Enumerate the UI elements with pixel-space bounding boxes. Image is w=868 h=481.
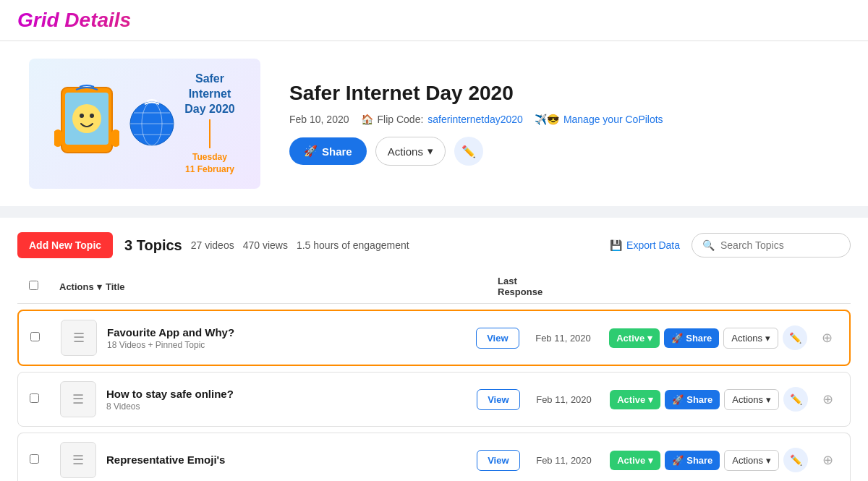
engagement-stat: 1.5 hours of engagement: [297, 239, 409, 251]
hero-info: Safer Internet Day 2020 Feb 10, 2020 🏠 F…: [289, 82, 839, 166]
table-row: ☰ Representative Emoji's View Feb 11, 20…: [17, 433, 851, 481]
drag-handle[interactable]: ⊕: [817, 452, 838, 468]
topics-count: 3 Topics: [124, 237, 182, 254]
row-info: How to stay safe online? 8 Videos: [106, 388, 468, 412]
hero-title: Safer Internet Day 2020: [289, 82, 839, 105]
th-actions[interactable]: Actions ▾: [59, 281, 97, 292]
actions-row-button[interactable]: Actions ▾: [724, 450, 779, 471]
actions-row-chevron-icon: ▾: [766, 394, 771, 405]
active-button[interactable]: Active ▾: [610, 390, 660, 409]
actions-row-button[interactable]: Actions ▾: [724, 389, 779, 410]
flip-code: 🏠 Flip Code: saferinternetday2020: [361, 114, 523, 125]
views-stat: 470 views: [243, 239, 288, 251]
videos-stat: 27 videos: [191, 239, 234, 251]
active-button[interactable]: Active ▾: [609, 328, 660, 348]
topics-toolbar: Add New Topic 3 Topics 27 videos 470 vie…: [17, 232, 851, 258]
row-checkbox-cell: [30, 454, 51, 467]
topic-title: How to stay safe online?: [106, 388, 468, 400]
lines-icon: ☰: [73, 330, 85, 346]
row-info: Favourite App and Why? 18 Videos + Pinne…: [107, 326, 467, 350]
lines-icon: ☰: [72, 391, 84, 407]
topic-subtitle: 8 Videos: [106, 401, 468, 412]
share-row-button[interactable]: 🚀 Share: [664, 328, 719, 348]
pencil-icon: ✏️: [461, 145, 476, 158]
manage-copilots-label: Manage your CoPilots: [563, 114, 663, 125]
svg-point-3: [80, 114, 84, 118]
view-button[interactable]: View: [477, 389, 519, 410]
topic-thumb-icon: ☰: [61, 320, 97, 356]
manage-copilots-link[interactable]: ✈️😎 Manage your CoPilots: [535, 114, 663, 125]
actions-row-label: Actions: [732, 394, 763, 405]
share-rocket-row-icon: 🚀: [672, 455, 684, 466]
tablet-svg: [54, 84, 119, 163]
row-thumbnail: ☰: [61, 320, 98, 356]
hero-banner-text: SaferInternetDay 2020 Tuesday11 February: [184, 72, 234, 176]
topic-info: Representative Emoji's: [106, 454, 468, 466]
table-row: ☰ How to stay safe online? 8 Videos View…: [17, 372, 851, 427]
view-button[interactable]: View: [477, 450, 519, 471]
drag-handle[interactable]: ⊕: [817, 391, 838, 407]
share-rocket-row-icon: 🚀: [672, 394, 684, 405]
edit-hero-button[interactable]: ✏️: [454, 137, 483, 166]
share-row-label: Share: [686, 455, 712, 466]
row-action-buttons: Active ▾ 🚀 Share Actions ▾ ✏️: [609, 325, 807, 350]
pencil-row-icon: ✏️: [790, 393, 802, 405]
view-cell: View: [477, 389, 527, 410]
topics-stats: 3 Topics 27 videos 470 views 1.5 hours o…: [124, 237, 598, 254]
active-label: Active: [617, 455, 645, 466]
hero-section: SaferInternetDay 2020 Tuesday11 February…: [0, 41, 868, 206]
share-row-label: Share: [686, 333, 712, 344]
hero-image-content: SaferInternetDay 2020 Tuesday11 February: [54, 72, 234, 176]
actions-col-label: Actions: [59, 281, 94, 292]
th-title: Title: [106, 281, 430, 292]
flip-code-label: Flip Code:: [378, 114, 424, 125]
share-row-button[interactable]: 🚀 Share: [665, 451, 720, 470]
row-thumbnail: ☰: [60, 442, 98, 478]
search-input[interactable]: [720, 239, 840, 251]
svg-point-2: [72, 104, 101, 133]
page-title: Grid Details: [17, 9, 851, 32]
row-checkbox-cell: [30, 331, 52, 344]
export-label: Export Data: [626, 239, 680, 251]
view-cell: View: [477, 450, 527, 471]
edit-row-button[interactable]: ✏️: [783, 448, 808, 472]
th-last-response: Last Response: [498, 276, 563, 297]
hero-banner-image: SaferInternetDay 2020 Tuesday11 February: [29, 59, 260, 189]
drag-handle[interactable]: ⊕: [816, 330, 838, 346]
pencil-row-icon: ✏️: [790, 454, 802, 466]
row-thumbnail: ☰: [60, 381, 98, 417]
drag-handle-cell: ⊕: [816, 330, 838, 346]
active-label: Active: [616, 333, 644, 344]
flip-code-link[interactable]: saferinternetday2020: [427, 114, 523, 125]
share-rocket-row-icon: 🚀: [671, 333, 683, 344]
th-checkbox: [29, 280, 51, 293]
share-rocket-icon: 🚀: [304, 145, 318, 158]
row-checkbox[interactable]: [30, 393, 39, 403]
row-info: Representative Emoji's: [106, 454, 468, 467]
share-hero-button[interactable]: 🚀 Share: [289, 137, 367, 165]
topic-info: How to stay safe online? 8 Videos: [106, 388, 468, 412]
share-hero-label: Share: [322, 145, 352, 158]
row-checkbox[interactable]: [30, 332, 40, 341]
house-emoji: 🏠: [361, 114, 373, 125]
active-button[interactable]: Active ▾: [610, 451, 660, 470]
actions-row-chevron-icon: ▾: [765, 333, 770, 344]
view-button[interactable]: View: [476, 328, 519, 349]
actions-hero-label: Actions: [388, 145, 423, 158]
search-box: 🔍: [692, 233, 851, 257]
share-row-button[interactable]: 🚀 Share: [665, 390, 720, 409]
copilot-emoji: ✈️😎: [535, 114, 559, 125]
add-topic-button[interactable]: Add New Topic: [17, 232, 113, 258]
drag-handle-cell: ⊕: [817, 452, 838, 468]
view-cell: View: [476, 328, 527, 349]
select-all-checkbox[interactable]: [29, 281, 38, 290]
edit-row-button[interactable]: ✏️: [783, 387, 808, 412]
row-checkbox-cell: [30, 393, 51, 406]
row-checkbox[interactable]: [30, 454, 39, 464]
edit-row-button[interactable]: ✏️: [783, 325, 807, 350]
topic-subtitle: 18 Videos + Pinned Topic: [107, 340, 467, 350]
actions-hero-button[interactable]: Actions ▾: [375, 137, 446, 166]
actions-row-button[interactable]: Actions ▾: [723, 328, 778, 349]
hero-meta: Feb 10, 2020 🏠 Flip Code: saferinternetd…: [289, 114, 839, 125]
export-button[interactable]: 💾 Export Data: [610, 239, 680, 251]
